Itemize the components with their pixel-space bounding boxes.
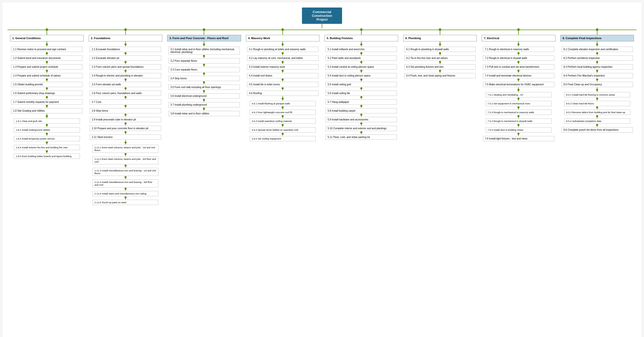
item-vline-2.2	[125, 54, 126, 55]
col-vline-header-col7	[518, 41, 519, 43]
task-box-1.8.4: 1.8.4 Install exterior fire line and bui…	[14, 145, 80, 150]
item-vline-3.8	[204, 110, 204, 111]
item-vline-7.5	[518, 81, 519, 82]
item-vline-2.3	[125, 63, 126, 64]
item-dot-8.5.2	[596, 98, 598, 100]
task-box-7.5.4: 7.5.4 Rough-in mechanical in drywall wal…	[486, 118, 552, 124]
item-vline-4.2	[282, 54, 283, 55]
item-dot-8.5.1	[596, 89, 598, 91]
item-dot-2.1	[125, 43, 127, 45]
item-vline-1.8.3	[47, 135, 47, 136]
col-vline-top-col8	[597, 31, 597, 35]
item-vline-6.4	[440, 72, 440, 73]
item-dot-1.3	[46, 61, 48, 63]
item-dot-5.6	[360, 87, 362, 89]
item-vline-4.6.2	[282, 108, 283, 109]
task-box-1.2: 1.2 Submit bond and insurance documents	[11, 55, 82, 61]
root-down-line	[322, 24, 322, 28]
item-vline-2.11.6	[125, 198, 126, 199]
item-dot-1.7	[46, 96, 48, 98]
task-box-3.1: 3.1 Install rebar and in-floor utilities…	[168, 47, 240, 55]
task-box-8.6: 8.6 Complete punch list items from all i…	[562, 127, 633, 132]
root-title: Commercial Construction Project	[302, 8, 342, 24]
task-box-5.6: 5.6 Install ceiling tile	[326, 91, 397, 96]
item-dot-2.11.5	[125, 188, 127, 190]
task-box-8.5.2: 8.5.2 Clean hard tile floors	[564, 101, 630, 106]
columns-flex: 1. General Conditions1.1 Receive notice …	[8, 28, 636, 205]
task-box-7.3: 7.3 Pull wire in conduit and set area tr…	[483, 64, 554, 70]
item-vline-1.8	[47, 107, 47, 108]
item-vline-5.7	[361, 98, 362, 99]
task-box-7.5.5: 7.5.5 Install duct in building chase	[486, 127, 552, 132]
item-vline-8.4	[597, 72, 597, 73]
item-vline-7.6	[518, 135, 519, 136]
col-top-dot-col5	[360, 28, 363, 31]
item-vline-4.1	[282, 45, 283, 46]
task-box-1.8: 1.8 Site Grading and Utilities	[11, 108, 82, 113]
item-vline-1.7	[47, 98, 47, 99]
task-box-2.9: 2.9 Install pneumatic tube in elevator p…	[90, 117, 161, 122]
item-vline-4.6.3	[282, 117, 283, 118]
item-vline-3.7	[204, 101, 204, 102]
item-dot-7.5.5	[517, 124, 519, 126]
item-dot-5.8	[360, 105, 362, 107]
item-dot-4.5	[282, 79, 284, 81]
col-top-dot-col8	[596, 28, 598, 31]
task-box-1.6: 1.6 Submit preliminary shop drawings	[11, 91, 82, 96]
col-header-col7: 7. Electrical	[482, 35, 555, 41]
item-dot-1.4	[46, 70, 48, 72]
item-vline-2.9	[125, 116, 126, 117]
col-vline-header-col2	[125, 41, 126, 43]
task-box-7.2: 7.2 Rough-in electrical in drywall walls	[483, 55, 554, 61]
task-box-4.6.4: 4.6.4 Spread stone ballast on seamless r…	[250, 127, 315, 132]
task-box-4.4: 4.4 Install roof drains	[247, 73, 318, 78]
item-dot-6.2	[439, 52, 441, 54]
task-box-1.8.3: 1.8.3 Install temporary power service	[14, 136, 80, 141]
item-vline-1.8.4	[47, 144, 47, 145]
col-vline-top-col3	[204, 31, 204, 35]
item-dot-3.4	[203, 73, 205, 75]
item-dot-3.1	[203, 43, 205, 45]
task-box-5.7: 5.7 Hang wallpaper	[326, 99, 397, 105]
page: Commercial Construction Project 1. Gener…	[3, 3, 641, 337]
column-col3: 3. Form and Pour Concrete - Floors and R…	[165, 28, 244, 116]
item-dot-3.7	[203, 99, 205, 101]
item-dot-4.4	[282, 70, 284, 72]
item-vline-3.1	[204, 45, 204, 46]
item-dot-5.1	[360, 43, 362, 45]
item-vline-5.10	[361, 124, 362, 125]
item-dot-1.8.1	[46, 115, 48, 117]
task-box-7.1: 7.1 Rough-in electrical in masonry walls	[483, 47, 554, 52]
item-vline-5.1	[361, 45, 362, 46]
item-vline-7.1	[518, 45, 519, 46]
col-top-dot-col7	[517, 28, 520, 31]
task-box-6.3: 6.3 Set plumbing fixtures and trim	[404, 64, 476, 70]
item-dot-3.6	[203, 90, 205, 92]
item-dot-2.11.3	[125, 165, 127, 167]
item-dot-7.5.2	[517, 98, 519, 100]
item-vline-5.9	[361, 116, 362, 117]
item-dot-2.8	[125, 105, 127, 107]
task-box-2.11.3: 2.11.3 Install miscellaneous iron and br…	[92, 168, 158, 176]
task-box-5.8: 5.8 Install building carpet	[326, 108, 397, 113]
task-box-2.11.6: 2.11.6 Touch-up paint on steel	[92, 200, 158, 205]
col-vline-header-col5	[361, 41, 362, 43]
item-dot-8.1	[596, 43, 598, 45]
item-dot-7.5	[517, 79, 519, 81]
item-vline-2.1	[125, 45, 126, 46]
item-vline-1.8.5	[47, 152, 47, 153]
item-vline-8.5.1	[597, 91, 597, 92]
column-col5: 5. Building Finishes5.1 Install millwork…	[322, 28, 401, 140]
task-box-4.6.2: 4.6.2 Pour lightweight concrete roof fil…	[250, 110, 315, 115]
item-vline-8.1	[597, 45, 597, 46]
item-vline-4.3	[282, 63, 283, 64]
column-col4: 4. Masonry Work4.1 Rough-in plumbing at …	[243, 28, 322, 142]
task-box-3.4: 3.4 Strip forms	[168, 76, 240, 81]
item-dot-4.1	[282, 43, 284, 45]
item-vline-2.4	[125, 72, 126, 73]
task-box-8.1: 8.1 Complete elevator inspection and cer…	[562, 47, 633, 52]
item-dot-8.6	[596, 124, 598, 126]
col-vline-top-col6	[440, 31, 440, 35]
item-vline-2.6	[125, 89, 126, 90]
item-vline-2.11.3	[125, 167, 126, 168]
